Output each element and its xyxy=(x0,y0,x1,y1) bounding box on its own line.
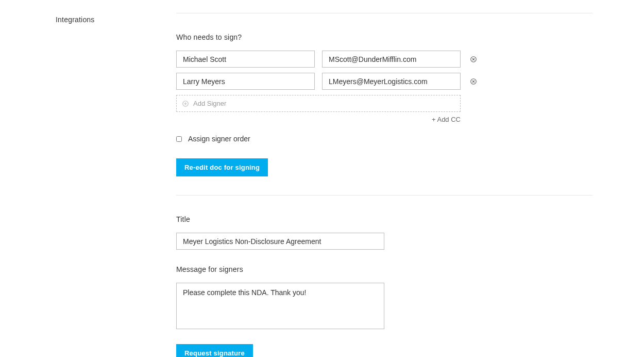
plus-circle-icon xyxy=(182,100,189,107)
add-signer-button[interactable]: Add Signer xyxy=(176,95,461,112)
signers-heading: Who needs to sign? xyxy=(176,33,592,41)
request-signature-button[interactable]: Request signature xyxy=(176,344,253,357)
add-signer-label: Add Signer xyxy=(193,100,226,107)
divider xyxy=(176,13,592,13)
message-textarea[interactable]: Please complete this NDA. Thank you! xyxy=(176,283,384,329)
assign-order-label: Assign signer order xyxy=(188,135,250,143)
signer-name-input[interactable] xyxy=(176,73,315,90)
title-input[interactable] xyxy=(176,233,384,250)
signer-row xyxy=(176,51,592,68)
signer-email-input[interactable] xyxy=(322,73,461,90)
sidebar-item-integrations[interactable]: Integrations xyxy=(56,15,176,24)
signer-email-input[interactable] xyxy=(322,51,461,68)
message-heading: Message for signers xyxy=(176,265,592,273)
signer-name-input[interactable] xyxy=(176,51,315,68)
assign-order-checkbox[interactable] xyxy=(176,136,182,142)
signer-row xyxy=(176,73,592,90)
add-cc-link[interactable]: + Add CC xyxy=(432,116,461,123)
reedit-doc-button[interactable]: Re-edit doc for signing xyxy=(176,158,268,176)
title-heading: Title xyxy=(176,215,592,223)
remove-signer-icon[interactable] xyxy=(470,56,477,63)
divider xyxy=(176,195,592,196)
remove-signer-icon[interactable] xyxy=(470,78,477,85)
